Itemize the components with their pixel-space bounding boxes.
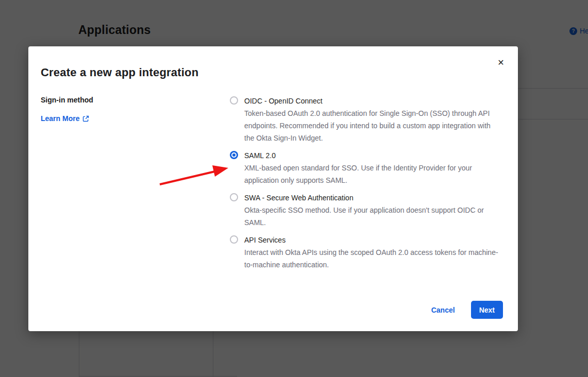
option-oidc-description: Token-based OAuth 2.0 authentication for… xyxy=(244,107,502,144)
radio-oidc[interactable] xyxy=(230,96,238,105)
dialog-left-column: Sign-in method Learn More xyxy=(41,96,195,123)
learn-more-label: Learn More xyxy=(41,114,79,123)
option-oidc-label[interactable]: OIDC - OpenID Connect xyxy=(244,95,502,107)
screen: Applications ? Help Create a new app int… xyxy=(0,0,588,377)
option-api-services: API Services Interact with Okta APIs usi… xyxy=(230,234,506,271)
next-button[interactable]: Next xyxy=(471,301,503,319)
option-swa: SWA - Secure Web Authentication Okta-spe… xyxy=(230,192,506,229)
dialog-title: Create a new app integration xyxy=(41,66,198,79)
cancel-button[interactable]: Cancel xyxy=(431,306,455,314)
option-api-services-description: Interact with Okta APIs using the scoped… xyxy=(244,246,502,271)
option-saml-description: XML-based open standard for SSO. Use if … xyxy=(244,162,502,186)
create-app-integration-dialog: Create a new app integration ✕ Sign-in m… xyxy=(28,46,518,331)
option-swa-description: Okta-specific SSO method. Use if your ap… xyxy=(244,204,502,229)
radio-saml[interactable] xyxy=(230,151,238,159)
learn-more-link[interactable]: Learn More xyxy=(41,114,89,123)
sign-in-method-heading: Sign-in method xyxy=(41,96,195,104)
external-link-icon xyxy=(82,115,89,122)
option-api-services-label[interactable]: API Services xyxy=(244,234,502,246)
option-saml-label[interactable]: SAML 2.0 xyxy=(244,149,502,162)
option-oidc: OIDC - OpenID Connect Token-based OAuth … xyxy=(230,95,506,144)
option-swa-label[interactable]: SWA - Secure Web Authentication xyxy=(244,192,502,204)
radio-swa[interactable] xyxy=(230,193,238,201)
radio-api-services[interactable] xyxy=(230,235,238,244)
close-icon[interactable]: ✕ xyxy=(494,56,508,69)
dialog-footer: Cancel Next xyxy=(431,301,503,319)
sign-in-method-options: OIDC - OpenID Connect Token-based OAuth … xyxy=(230,95,506,276)
option-saml: SAML 2.0 XML-based open standard for SSO… xyxy=(230,149,506,186)
